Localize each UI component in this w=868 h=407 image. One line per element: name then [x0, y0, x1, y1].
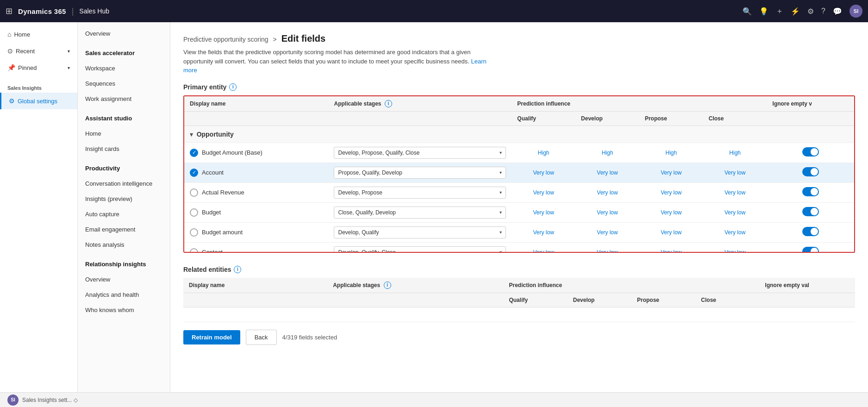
checkbox-1[interactable]: [190, 169, 198, 177]
related-entities-label: Related entities: [183, 266, 231, 273]
checkbox-0[interactable]: [190, 149, 198, 157]
second-item-insight-cards[interactable]: Insight cards: [78, 141, 170, 157]
radio-5[interactable]: [190, 248, 198, 253]
toggle-4[interactable]: [802, 227, 819, 236]
qualify-val-0[interactable]: High: [538, 150, 550, 156]
main-content: Predictive opportunity scoring > Edit fi…: [170, 22, 868, 392]
left-sidebar: ⌂ Home ⊙ Recent ▾ 📌 Pinned ▾ Sales Insig…: [0, 22, 78, 392]
primary-entity-info-icon[interactable]: i: [229, 83, 237, 91]
stage-chevron-2: ▾: [500, 190, 502, 195]
second-item-relationship-insights[interactable]: Relationship insights: [78, 256, 170, 272]
filter-icon[interactable]: ⚡: [791, 7, 800, 16]
stage-select-3[interactable]: Close, Qualify, Develop ▾: [334, 207, 506, 219]
qualify-val-5[interactable]: Very low: [533, 249, 554, 253]
second-item-auto-capture[interactable]: Auto capture: [78, 207, 170, 222]
retrain-model-button[interactable]: Retrain model: [183, 330, 240, 344]
second-item-email-engagement[interactable]: Email engagement: [78, 222, 170, 237]
user-avatar[interactable]: SI: [849, 5, 862, 18]
rth-applicable-stages: Applicable stages i: [327, 278, 503, 293]
table-row: Actual Revenue Develop, Propose ▾ Very l…: [184, 182, 854, 202]
related-empty-row: [183, 307, 855, 322]
stage-select-4[interactable]: Develop, Qualify ▾: [334, 226, 506, 238]
sidebar-item-pinned[interactable]: 📌 Pinned ▾: [0, 59, 77, 76]
qualify-val-4[interactable]: Very low: [533, 229, 554, 236]
stage-select-1[interactable]: Propose, Qualify, Develop ▾: [334, 167, 506, 179]
sidebar-item-global-settings[interactable]: ⚙ Global settings: [0, 93, 77, 109]
rth-ignore-empty: Ignore empty val: [760, 278, 855, 293]
th-applicable-stages: Applicable stages i: [328, 96, 512, 112]
develop-val-2[interactable]: Very low: [597, 189, 618, 196]
stage-select-5[interactable]: Develop, Qualify, Close ▾: [334, 246, 506, 253]
second-item-sales-accelerator[interactable]: Sales accelerator: [78, 45, 170, 61]
pinned-chevron: ▾: [68, 65, 70, 70]
second-item-sequences[interactable]: Sequences: [78, 76, 170, 91]
second-item-productivity[interactable]: Productivity: [78, 160, 170, 176]
radio-3[interactable]: [190, 208, 198, 217]
radio-4[interactable]: [190, 228, 198, 237]
bottom-status-bar: SI Sales Insights sett... ◇: [0, 392, 868, 407]
stage-select-2[interactable]: Develop, Propose ▾: [334, 187, 506, 199]
propose-val-1[interactable]: Very low: [661, 169, 681, 176]
sidebar-item-home[interactable]: ⌂ Home: [0, 26, 77, 43]
close-val-2[interactable]: Very low: [724, 189, 745, 196]
second-item-analytics-health[interactable]: Analytics and health: [78, 287, 170, 302]
table-row: Account Propose, Qualify, Develop ▾ Very…: [184, 163, 854, 182]
propose-val-4[interactable]: Very low: [661, 229, 681, 236]
second-item-home2[interactable]: Home: [78, 126, 170, 141]
stages-info-icon[interactable]: i: [385, 100, 392, 107]
second-item-workspace[interactable]: Workspace: [78, 61, 170, 76]
develop-val-3[interactable]: Very low: [597, 209, 618, 216]
second-item-overview[interactable]: Overview: [78, 26, 170, 41]
grid-icon[interactable]: ⊞: [6, 6, 12, 16]
propose-val-3[interactable]: Very low: [661, 209, 681, 216]
second-sidebar: Overview Sales accelerator Workspace Seq…: [78, 22, 170, 392]
propose-val-2[interactable]: Very low: [661, 189, 681, 196]
expand-opportunity-icon[interactable]: ▾: [190, 131, 193, 138]
second-item-assistant-studio[interactable]: Assistant studio: [78, 110, 170, 126]
plus-icon[interactable]: ＋: [776, 6, 783, 16]
related-entities-info-icon[interactable]: i: [234, 266, 241, 273]
chat-icon[interactable]: 💬: [833, 7, 842, 16]
second-item-who-knows-whom[interactable]: Who knows whom: [78, 302, 170, 318]
close-val-0[interactable]: High: [729, 150, 741, 156]
help-icon[interactable]: ?: [821, 7, 825, 15]
breadcrumb-parent: Predictive opportunity scoring: [183, 36, 269, 43]
second-item-overview2[interactable]: Overview: [78, 272, 170, 287]
propose-val-5[interactable]: Very low: [661, 249, 681, 253]
lightbulb-icon[interactable]: 💡: [759, 7, 768, 16]
second-item-notes-analysis[interactable]: Notes analysis: [78, 237, 170, 252]
field-name-0: Budget Amount (Base): [202, 149, 262, 156]
close-val-5[interactable]: Very low: [724, 249, 745, 253]
search-icon[interactable]: 🔍: [743, 7, 752, 16]
display-cell-0: Budget Amount (Base): [190, 149, 323, 157]
second-item-insights-preview[interactable]: Insights (preview): [78, 191, 170, 207]
bottom-avatar[interactable]: SI: [7, 394, 19, 406]
qualify-val-3[interactable]: Very low: [533, 209, 554, 216]
radio-2[interactable]: [190, 188, 198, 197]
stage-select-0[interactable]: Develop, Propose, Qualify, Close ▾: [334, 147, 506, 159]
toggle-3[interactable]: [802, 207, 819, 216]
close-val-1[interactable]: Very low: [724, 169, 745, 176]
toggle-0[interactable]: [802, 147, 819, 157]
sidebar-item-recent[interactable]: ⊙ Recent ▾: [0, 43, 77, 59]
toggle-5[interactable]: [802, 247, 819, 253]
second-item-work-assignment[interactable]: Work assignment: [78, 91, 170, 106]
develop-val-5[interactable]: Very low: [597, 249, 618, 253]
qualify-val-1[interactable]: Very low: [533, 169, 554, 176]
develop-val-0[interactable]: High: [602, 150, 613, 156]
propose-val-0[interactable]: High: [665, 150, 677, 156]
back-button[interactable]: Back: [246, 330, 277, 345]
second-item-conversation-intelligence[interactable]: Conversation intelligence: [78, 176, 170, 191]
app-label: Sales Hub: [79, 7, 109, 15]
develop-val-1[interactable]: Very low: [597, 169, 618, 176]
field-name-3: Budget: [202, 209, 221, 216]
qualify-val-2[interactable]: Very low: [533, 189, 554, 196]
gear-icon[interactable]: ⚙: [807, 7, 814, 16]
close-val-3[interactable]: Very low: [724, 209, 745, 216]
table-row: Contact Develop, Qualify, Close ▾ Very l…: [184, 242, 854, 253]
close-val-4[interactable]: Very low: [724, 229, 745, 236]
toggle-1[interactable]: [802, 167, 819, 176]
toggle-2[interactable]: [802, 187, 819, 196]
related-stages-info-icon[interactable]: i: [384, 282, 391, 289]
develop-val-4[interactable]: Very low: [597, 229, 618, 236]
